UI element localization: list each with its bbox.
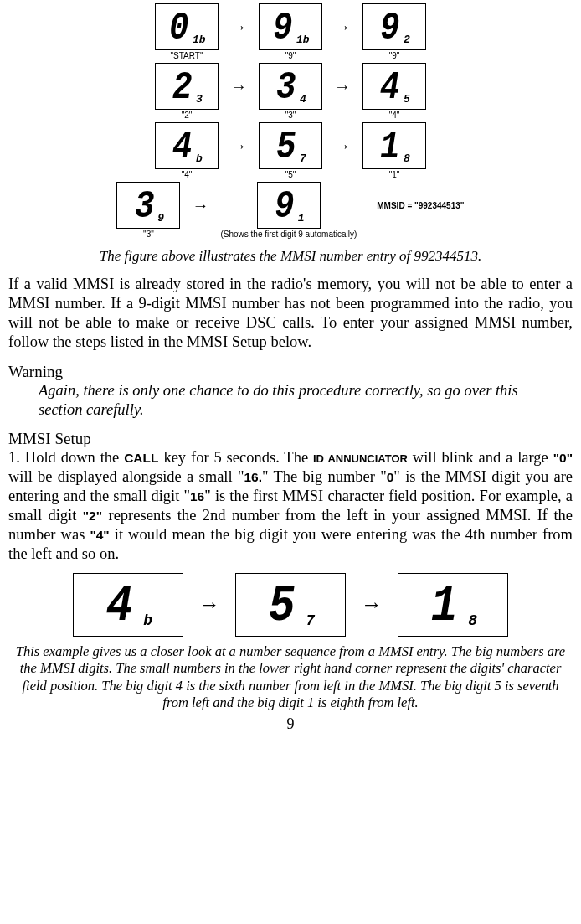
cell-label: "1"	[389, 170, 400, 180]
lcd-big-digit: 0	[169, 9, 188, 48]
lcd-box: 5 7	[259, 122, 322, 169]
figure-row: 3 9 "3" → 9 1 (Shows the first digit 9 a…	[8, 182, 573, 240]
page-number: 9	[8, 715, 573, 733]
lcd-big-digit: 1	[431, 581, 458, 632]
cell-label: "4"	[182, 170, 193, 180]
text: will blink and a large	[408, 449, 553, 466]
lcd-cell: 0 1b "START"	[155, 3, 219, 61]
cell-label: "3"	[143, 230, 154, 240]
arrow-icon: →	[334, 64, 351, 111]
lcd-box: 9 1b	[259, 3, 322, 50]
shows-label: (Shows the first digit 9 automatically)	[220, 230, 357, 240]
arrow-icon: →	[230, 123, 247, 170]
lcd-box: 1 8	[362, 122, 426, 169]
lcd-small-digit: 2	[404, 34, 410, 46]
lcd-big-digit: 5	[269, 581, 296, 632]
lcd-small-digit: 8	[468, 612, 477, 629]
text: " The big num­ber "	[262, 468, 387, 485]
lcd-small-digit: 5	[404, 93, 410, 106]
lcd-big-digit: 3	[135, 188, 153, 226]
lcd-small-digit: 1b	[296, 34, 310, 46]
figure-row: 4 b "4" → 5 7 "5" → 1 8 "1"	[8, 122, 573, 180]
lcd-cell: 1 8 "1"	[362, 122, 426, 180]
text: key for 5 seconds. The	[158, 449, 313, 466]
digit-quote: 16	[190, 489, 204, 503]
warning-heading: Warning	[8, 363, 573, 381]
lcd-small-digit: b	[143, 612, 152, 629]
lcd-box: 2 3	[155, 63, 219, 110]
cell-label: "START"	[171, 51, 203, 61]
arrow-icon: →	[198, 592, 220, 617]
lcd-big-digit: 9	[380, 9, 398, 48]
arrow-icon: →	[192, 183, 208, 230]
lcd-small-digit: 1b	[193, 34, 206, 46]
lcd-cell: 3 4 "3"	[259, 63, 322, 121]
lcd-cell: 9 2 "9"	[362, 3, 426, 61]
cell-label: "3"	[285, 111, 296, 121]
digit-quote: 16.	[244, 470, 262, 484]
lcd-small-digit: 7	[306, 612, 315, 629]
lcd-small-digit: 3	[196, 93, 203, 106]
lcd-cell: 3 9 "3"	[116, 182, 180, 240]
mmsid-label: MMSID = "992344513"	[377, 183, 464, 230]
lcd-cell: 4 b "4"	[155, 122, 219, 180]
figure-row: 0 1b "START" → 9 1b "9" → 9 2 "9"	[8, 3, 573, 61]
lcd-box: 4 5	[362, 63, 426, 110]
page-container: 0 1b "START" → 9 1b "9" → 9 2 "9"	[0, 3, 581, 733]
figure1-caption: The figure above illustrates the MMSI nu…	[8, 248, 573, 265]
arrow-icon: →	[361, 592, 383, 617]
lcd-small-digit: 4	[300, 93, 306, 106]
arrow-icon: →	[230, 4, 247, 51]
arrow-icon: →	[334, 4, 351, 51]
text: will be displayed alongside a small "	[8, 468, 244, 485]
mmsi-entry-figure: 0 1b "START" → 9 1b "9" → 9 2 "9"	[8, 3, 573, 241]
lcd-box: 4 b	[73, 573, 183, 637]
lcd-cell: 9 1 (Shows the first digit 9 automatical…	[220, 182, 357, 240]
text: 1. Hold down the	[8, 449, 124, 466]
lcd-big-digit: 1	[380, 128, 398, 167]
cell-label: "9"	[389, 51, 400, 61]
id-annunciator-label: ID ANNUNCIATOR	[313, 452, 408, 465]
lcd-big-digit: 3	[276, 69, 295, 107]
lcd-small-digit: 9	[157, 212, 164, 225]
lcd-big-digit: 5	[276, 128, 295, 167]
cell-label: "9"	[285, 51, 296, 61]
lcd-box: 4 b	[155, 122, 219, 169]
mmsi-setup-heading: MMSI Setup	[8, 430, 573, 448]
warning-body: Again, there is only one chance to do th…	[39, 381, 573, 420]
lcd-box: 0 1b	[155, 3, 219, 50]
lcd-small-digit: 7	[300, 152, 306, 165]
closeup-figure: 4 b → 5 7 → 1 8	[8, 573, 573, 637]
lcd-box: 9 1	[257, 182, 321, 229]
lcd-big-digit: 4	[172, 128, 191, 167]
figure-row: 2 3 "2" → 3 4 "3" → 4 5 "4"	[8, 63, 573, 121]
cell-label: "2"	[182, 111, 193, 121]
call-key-label: CALL	[124, 451, 158, 465]
lcd-box: 1 8	[398, 573, 508, 637]
arrow-icon: →	[230, 64, 247, 111]
lcd-big-digit: 2	[172, 69, 191, 107]
digit-quote: "0"	[553, 451, 573, 465]
mmsi-setup-step1: 1. Hold down the CALL key for 5 seconds.…	[8, 448, 573, 565]
lcd-big-digit: 9	[275, 188, 293, 226]
lcd-big-digit: 4	[106, 581, 133, 632]
lcd-small-digit: 8	[404, 152, 410, 165]
lcd-box: 3 4	[259, 63, 322, 110]
intro-paragraph: If a valid MMSI is already stored in the…	[8, 275, 573, 353]
cell-label: "4"	[389, 111, 400, 121]
lcd-cell: 4 5 "4"	[362, 63, 426, 121]
lcd-small-digit: b	[196, 152, 203, 165]
digit-quote: "2"	[83, 508, 102, 523]
lcd-box: 5 7	[235, 573, 346, 637]
lcd-cell: 9 1b "9"	[259, 3, 322, 61]
lcd-big-digit: 9	[273, 9, 291, 48]
lcd-cell: 5 7 "5"	[259, 122, 322, 180]
arrow-icon: →	[334, 123, 351, 170]
lcd-box: 3 9	[116, 182, 180, 229]
lcd-cell: 2 3 "2"	[155, 63, 219, 121]
lcd-big-digit: 4	[380, 69, 398, 107]
lcd-small-digit: 1	[298, 212, 305, 225]
lcd-box: 9 2	[362, 3, 426, 50]
digit-quote: "4"	[90, 528, 109, 542]
cell-label: "5"	[285, 170, 296, 180]
